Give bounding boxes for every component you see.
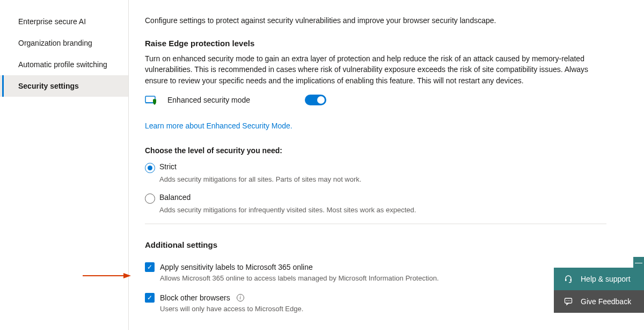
feedback-label: Give Feedback <box>581 297 631 306</box>
sidebar-item-security-settings[interactable]: Security settings <box>0 75 128 97</box>
additional-title: Additional settings <box>145 240 623 249</box>
toggle-knob <box>317 96 325 104</box>
sidebar-item-profile-switching[interactable]: Automatic profile switching <box>0 54 128 75</box>
floating-buttons: — Help & support Give Feedback <box>554 257 644 313</box>
radio-button-icon <box>145 193 155 204</box>
choose-level-title: Choose the level of security you need: <box>145 146 623 155</box>
radio-strict[interactable]: Strict <box>145 162 623 173</box>
apply-labels-label: Apply sensitivity labels to Microsoft 36… <box>160 263 313 271</box>
sidebar-item-enterprise-ai[interactable]: Enterprise secure AI <box>0 11 128 32</box>
svg-rect-5 <box>570 279 572 281</box>
help-support-button[interactable]: Help & support <box>554 268 644 290</box>
radio-balanced-label: Balanced <box>159 193 191 202</box>
checkmark-icon: ✓ <box>147 294 152 302</box>
radio-strict-desc: Adds security mitigations for all sites.… <box>159 175 623 183</box>
intro-text: Configure settings to protect against se… <box>145 16 623 25</box>
shield-icon <box>145 95 158 105</box>
svg-marker-3 <box>123 273 131 278</box>
block-browsers-label: Block other browsers <box>160 293 230 302</box>
svg-point-8 <box>568 300 569 302</box>
enhanced-security-toggle-row: Enhanced security mode <box>145 95 623 105</box>
help-label: Help & support <box>581 275 631 283</box>
checkbox-icon: ✓ <box>145 293 155 303</box>
raise-description: Turn on enhanced security mode to gain a… <box>145 53 606 86</box>
apply-labels-desc: Allows Microsoft 365 online to access la… <box>160 274 623 282</box>
toggle-label: Enhanced security mode <box>167 96 250 104</box>
divider <box>145 224 606 224</box>
checkbox-block-browsers[interactable]: ✓ Block other browsers i <box>145 293 623 303</box>
info-icon[interactable]: i <box>237 294 244 302</box>
svg-point-9 <box>569 300 570 302</box>
block-browsers-desc: Users will only have access to Microsoft… <box>160 305 623 313</box>
checkbox-icon: ✓ <box>145 262 155 272</box>
checkbox-apply-labels[interactable]: ✓ Apply sensitivity labels to Microsoft … <box>145 262 623 272</box>
give-feedback-button[interactable]: Give Feedback <box>554 290 644 313</box>
headset-icon <box>564 274 573 284</box>
raise-title: Raise Edge protection levels <box>145 39 623 48</box>
radio-strict-label: Strict <box>159 162 177 171</box>
radio-balanced[interactable]: Balanced <box>145 193 623 204</box>
radio-button-icon <box>145 163 155 173</box>
arrow-annotation <box>83 271 131 282</box>
feedback-icon <box>564 297 573 306</box>
enhanced-security-toggle[interactable] <box>305 95 326 105</box>
svg-point-7 <box>566 300 567 302</box>
radio-balanced-desc: Adds security mitigations for infrequent… <box>159 206 623 214</box>
svg-rect-4 <box>565 279 567 281</box>
collapse-button[interactable]: — <box>633 257 644 268</box>
learn-more-link[interactable]: Learn more about Enhanced Security Mode. <box>145 121 292 130</box>
checkmark-icon: ✓ <box>147 263 152 271</box>
sidebar-item-branding[interactable]: Organization branding <box>0 32 128 54</box>
